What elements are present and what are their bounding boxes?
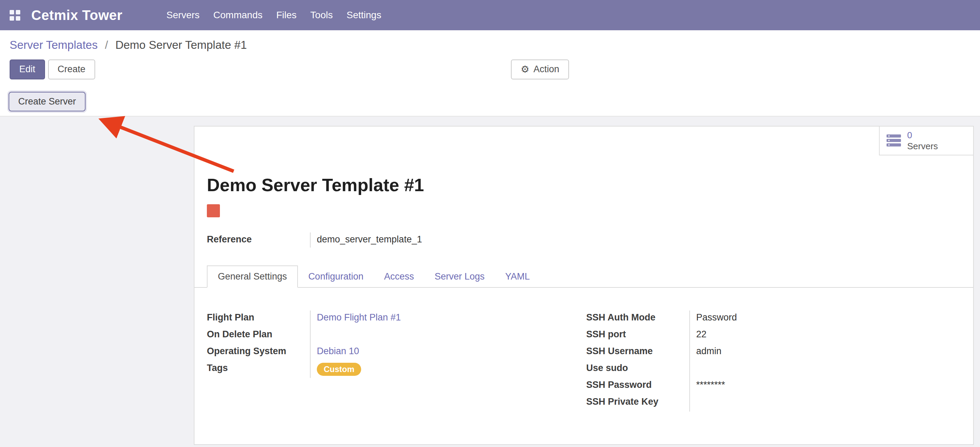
ssh-username-label: SSH Username (586, 344, 689, 361)
control-panel: Server Templates / Demo Server Template … (0, 30, 980, 87)
flight-plan-label: Flight Plan (207, 310, 310, 327)
servers-stat-button[interactable]: 0 Servers (879, 126, 973, 155)
apps-grid-icon[interactable] (10, 10, 20, 21)
reference-label: Reference (207, 232, 310, 247)
create-server-button[interactable]: Create Server (9, 92, 86, 112)
action-menu-label: Action (533, 64, 559, 75)
field-row-ssh-username: SSH Username admin (586, 344, 961, 361)
menu-item-tools[interactable]: Tools (304, 5, 339, 25)
ssh-private-key-value (689, 395, 961, 412)
notebook-tabs: General Settings Configuration Access Se… (194, 265, 973, 288)
field-row-tags: Tags Custom (207, 361, 586, 378)
ssh-auth-mode-value: Password (689, 310, 961, 327)
reference-value: demo_server_template_1 (310, 232, 961, 247)
servers-stat-text: 0 Servers (907, 129, 938, 152)
top-navbar: Cetmix Tower Servers Commands Files Tool… (0, 0, 980, 30)
field-row-ssh-auth-mode: SSH Auth Mode Password (586, 310, 961, 327)
ssh-password-value: ******** (689, 378, 961, 395)
operating-system-cell: Debian 10 (310, 344, 586, 361)
tab-general-settings[interactable]: General Settings (207, 265, 298, 288)
field-row-on-delete-plan: On Delete Plan (207, 327, 586, 344)
edit-button[interactable]: Edit (10, 59, 45, 79)
field-row-flight-plan: Flight Plan Demo Flight Plan #1 (207, 310, 586, 327)
on-delete-plan-value (310, 327, 586, 344)
control-panel-buttons: Edit Create ⚙ Action (10, 59, 970, 80)
menu-item-commands[interactable]: Commands (207, 5, 269, 25)
tab-configuration[interactable]: Configuration (298, 266, 374, 287)
use-sudo-label: Use sudo (586, 361, 689, 378)
form-sheet: 0 Servers Demo Server Template #1 Refere… (194, 126, 974, 445)
menu-item-settings[interactable]: Settings (339, 5, 388, 25)
ssh-port-label: SSH port (586, 327, 689, 344)
field-row-ssh-private-key: SSH Private Key (586, 395, 961, 412)
menu-item-files[interactable]: Files (269, 5, 304, 25)
tags-label: Tags (207, 361, 310, 378)
on-delete-plan-label: On Delete Plan (207, 327, 310, 344)
menu-item-servers[interactable]: Servers (159, 5, 206, 25)
ssh-auth-mode-label: SSH Auth Mode (586, 310, 689, 327)
create-button[interactable]: Create (48, 59, 95, 79)
action-menu-button[interactable]: ⚙ Action (511, 59, 569, 79)
servers-count: 0 (907, 129, 938, 141)
app-brand[interactable]: Cetmix Tower (31, 8, 123, 23)
ssh-port-value: 22 (689, 327, 961, 344)
ssh-password-label: SSH Password (586, 378, 689, 395)
sheet-content: Demo Server Template #1 Reference demo_s… (194, 175, 973, 412)
form-fields: Flight Plan Demo Flight Plan #1 On Delet… (207, 310, 961, 412)
page: Cetmix Tower Servers Commands Files Tool… (0, 0, 980, 447)
ssh-username-value: admin (689, 344, 961, 361)
tab-yaml[interactable]: YAML (495, 266, 540, 287)
reference-row: Reference demo_server_template_1 (207, 232, 961, 247)
use-sudo-value (689, 361, 961, 378)
server-icon (886, 134, 902, 147)
tab-access[interactable]: Access (374, 266, 424, 287)
flight-plan-cell: Demo Flight Plan #1 (310, 310, 586, 327)
field-row-use-sudo: Use sudo (586, 361, 961, 378)
breadcrumb-parent-link[interactable]: Server Templates (10, 38, 98, 51)
gear-icon: ⚙ (520, 65, 529, 74)
form-left-column: Flight Plan Demo Flight Plan #1 On Delet… (207, 310, 586, 412)
content-area: 0 Servers Demo Server Template #1 Refere… (0, 117, 980, 447)
tab-server-logs[interactable]: Server Logs (424, 266, 495, 287)
flight-plan-link[interactable]: Demo Flight Plan #1 (317, 312, 401, 322)
field-row-ssh-password: SSH Password ******** (586, 378, 961, 395)
breadcrumb-separator: / (105, 38, 108, 51)
operating-system-label: Operating System (207, 344, 310, 361)
operating-system-link[interactable]: Debian 10 (317, 346, 359, 356)
field-row-operating-system: Operating System Debian 10 (207, 344, 586, 361)
record-title: Demo Server Template #1 (207, 175, 961, 195)
statusbar: Create Server (0, 87, 980, 117)
color-swatch[interactable] (207, 204, 220, 217)
breadcrumb-current: Demo Server Template #1 (115, 38, 247, 51)
servers-stat-label: Servers (907, 140, 938, 152)
tags-cell: Custom (310, 361, 586, 378)
field-row-ssh-port: SSH port 22 (586, 327, 961, 344)
ssh-private-key-label: SSH Private Key (586, 395, 689, 412)
form-right-column: SSH Auth Mode Password SSH port 22 SSH U… (586, 310, 961, 412)
breadcrumb: Server Templates / Demo Server Template … (10, 38, 970, 51)
main-menu: Servers Commands Files Tools Settings (159, 5, 388, 25)
tag-badge-custom[interactable]: Custom (317, 363, 361, 376)
